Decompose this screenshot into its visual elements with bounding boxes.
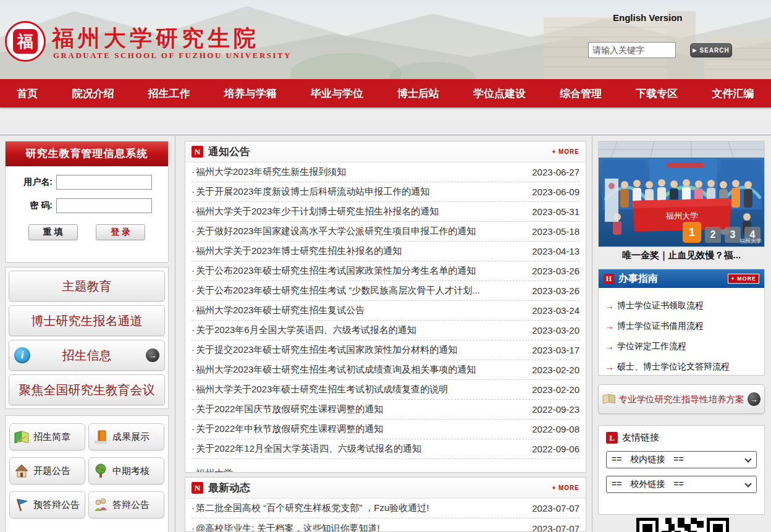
username-field[interactable] — [56, 175, 152, 190]
reset-button[interactable]: 重 填 — [28, 224, 78, 240]
training-plan-button[interactable]: 专业学位研究生指导性培养方案 → — [598, 384, 765, 414]
nav-item-postdoc[interactable]: 博士后站 — [394, 87, 443, 101]
password-field[interactable] — [56, 198, 152, 213]
notice-link[interactable]: 福州大学2023年研究生新生报到须知 — [192, 166, 524, 178]
achievements-label: 成果展示 — [112, 431, 150, 443]
notice-date: 2023-04-13 — [524, 246, 579, 256]
notice-date: 2023-03-17 — [524, 345, 579, 355]
notice-link[interactable]: 关于2022年12月全国大学英语四、六级考试报名的通知 — [192, 443, 524, 455]
notice-row[interactable]: 关于公布2023年硕士研究生招生考试国家政策性加分考生名单的通知2023-03-… — [192, 261, 579, 281]
search-input[interactable] — [588, 42, 676, 58]
notice-row[interactable]: 关于2023年6月全国大学英语四、六级考试报名的通知2023-03-20 — [192, 321, 579, 340]
notice-link[interactable]: 福州大学关于2023年博士研究生招生补报名的通知 — [192, 245, 524, 257]
guide-item[interactable]: →博士学位证书领取流程 — [605, 295, 758, 316]
notice-link[interactable]: 关于开展2023年度新设博士后科研流动站申报工作的通知 — [192, 186, 524, 198]
guide-item[interactable]: →学位评定工作流程 — [605, 336, 758, 357]
notice-link[interactable]: 福州大学… — [192, 468, 579, 473]
notice-link[interactable]: 关于2022年中秋节放假研究生课程调整的通知 — [192, 423, 524, 435]
news-link[interactable]: @高校毕业生: 关于档案，这些知识你要知道! — [192, 523, 524, 532]
guide-link[interactable]: 学位评定工作流程 — [617, 341, 686, 352]
guide-item[interactable]: →硕士、博士学位论文答辩流程 — [605, 357, 758, 377]
news-more-link[interactable]: + MORE — [552, 484, 579, 491]
nav-item-graduation[interactable]: 毕业与学位 — [307, 87, 367, 101]
search-button[interactable]: ▶ SEARCH — [690, 43, 732, 57]
guide-more-link[interactable]: + MORE — [728, 274, 759, 284]
english-version-link[interactable]: English Version — [613, 12, 683, 23]
login-panel-title: 研究生教育管理信息系统 — [6, 141, 168, 166]
notice-link[interactable]: 关于公布2023年硕士研究生招生考试国家政策性加分考生名单的通知 — [192, 265, 524, 277]
notice-link[interactable]: 关于2022年国庆节放假研究生课程调整的通知 — [192, 403, 524, 415]
notice-link[interactable]: 福州大学2023年硕士研究生招生考试初试成绩查询及相关事项的通知 — [192, 364, 524, 376]
notice-row[interactable]: 福州大学关于2023年少干计划博士研究生招生补报名的通知2023-05-31 — [192, 202, 579, 222]
notice-link[interactable]: 福州大学关于2023年少干计划博士研究生招生补报名的通知 — [192, 206, 524, 217]
nav-item-documents[interactable]: 文件汇编 — [708, 87, 757, 101]
notice-row[interactable]: 关于2022年中秋节放假研究生课程调整的通知2022-09-08 — [192, 420, 579, 439]
arrow-right-icon: → — [146, 348, 159, 362]
nav-item-downloads[interactable]: 下载专区 — [632, 87, 681, 101]
arrow-right-icon: → — [748, 392, 761, 406]
login-button[interactable]: 登 录 — [96, 224, 145, 240]
defense-notice-button[interactable]: 答辩公告 — [88, 491, 164, 518]
notice-row[interactable]: 关于2022年国庆节放假研究生课程调整的通知2022-09-23 — [192, 400, 579, 420]
achievements-button[interactable]: 成果展示 — [88, 423, 164, 450]
notices-more-link[interactable]: + MORE — [552, 148, 579, 155]
carousel-page-1[interactable]: 1 — [683, 222, 701, 243]
guide-link[interactable]: 硕士、博士学位论文答辩流程 — [617, 361, 730, 373]
notice-row[interactable]: 福州大学2023年研究生新生报到须知2023-06-27 — [192, 163, 579, 182]
notice-link[interactable]: 关于提交2023年硕士研究生招生考试国家政策性加分材料的通知 — [192, 344, 524, 356]
notice-date: 2023-03-26 — [524, 285, 579, 296]
news-link[interactable]: 第二批全国高校 “百个研究生样板党支部” ，Fzu验收通过! — [192, 502, 524, 514]
notice-row[interactable]: 关于做好2023年国家建设高水平大学公派研究生项目申报工作的通知2023-05-… — [192, 222, 579, 242]
notice-row[interactable]: 关于公布2023年硕士研究生招生考试 “少数民族高层次骨干人才计划...2023… — [192, 281, 579, 301]
notice-date: 2023-06-27 — [524, 167, 579, 177]
notice-link[interactable]: 关于做好2023年国家建设高水平大学公派研究生项目申报工作的通知 — [192, 226, 524, 237]
nav-item-management[interactable]: 综合管理 — [556, 87, 605, 101]
nav-item-training[interactable]: 培养与学籍 — [221, 87, 280, 101]
notice-link[interactable]: 关于2023年6月全国大学英语四、六级考试报名的通知 — [192, 324, 524, 336]
nav-item-about[interactable]: 院况介绍 — [69, 87, 118, 101]
news-row[interactable]: 第二批全国高校 “百个研究生样板党支部” ，Fzu验收通过!2023-07-07 — [192, 499, 579, 518]
notice-link[interactable]: 福州大学关于2023年硕士研究生招生考试初试成绩复查的说明 — [192, 384, 524, 395]
notice-date: 2022-09-23 — [524, 404, 579, 415]
news-row[interactable]: @高校毕业生: 关于档案，这些知识你要知道!2023-07-07 — [192, 518, 579, 532]
guide-link[interactable]: 博士学位证书领取流程 — [617, 300, 704, 311]
nav-item-admissions[interactable]: 招生工作 — [145, 87, 194, 101]
nav-item-degree-program[interactable]: 学位点建设 — [470, 87, 529, 101]
carousel-photo[interactable]: 福州大学 1 2 3 4 福州大学 — [598, 141, 765, 247]
admission-info-label: 招生信息 — [62, 347, 112, 364]
proposal-notice-button[interactable]: 开题公告 — [9, 457, 85, 484]
nav-item-home[interactable]: 首页 — [14, 87, 42, 101]
defense-notice-label: 答辩公告 — [112, 499, 150, 511]
notice-row[interactable]: 福州大学关于2023年博士研究生招生补报名的通知2023-04-13 — [192, 242, 579, 261]
phd-registration-button[interactable]: 博士研究生报名通道 — [9, 305, 165, 336]
notice-row[interactable]: 福州大学关于2023年硕士研究生招生考试初试成绩复查的说明2023-02-20 — [192, 380, 579, 400]
national-conference-button[interactable]: 聚焦全国研究生教育会议 — [9, 374, 165, 405]
notice-row-clipped[interactable]: 福州大学… — [192, 459, 579, 473]
notice-row[interactable]: 福州大学2023年硕士研究生招生复试公告2023-03-24 — [192, 301, 579, 321]
carousel-page-2[interactable]: 2 — [705, 227, 721, 243]
admission-brochure-button[interactable]: 招生简章 — [9, 423, 85, 450]
guide-item[interactable]: →博士学位证书借用流程 — [605, 316, 758, 336]
notice-row[interactable]: 福州大学2023年硕士研究生招生考试初试成绩查询及相关事项的通知2023-02-… — [192, 360, 579, 380]
external-links-select[interactable]: == 校外链接 == — [606, 476, 757, 493]
notice-row[interactable]: 关于提交2023年硕士研究生招生考试国家政策性加分材料的通知2023-03-17 — [192, 340, 579, 360]
notice-link[interactable]: 关于公布2023年硕士研究生招生考试 “少数民族高层次骨干人才计划... — [192, 285, 524, 297]
theme-education-button[interactable]: 主题教育 — [9, 271, 165, 302]
site-title-english: GRADUATE SCHOOL OF FUZHOU UNIVERSITY — [53, 51, 292, 61]
red-arrow-icon: → — [605, 321, 614, 331]
news-panel: N 最新动态 + MORE 第二批全国高校 “百个研究生样板党支部” ，Fzu验… — [185, 477, 586, 532]
midterm-assessment-button[interactable]: 中期考核 — [88, 457, 164, 484]
guide-link[interactable]: 博士学位证书借用流程 — [617, 321, 704, 332]
book-icon — [602, 394, 616, 405]
notice-row[interactable]: 关于开展2023年度新设博士后科研流动站申报工作的通知2023-06-09 — [192, 182, 579, 202]
password-label: 密 码: — [14, 200, 53, 211]
notice-link[interactable]: 福州大学2023年硕士研究生招生复试公告 — [192, 305, 524, 316]
pre-defense-notice-button[interactable]: 预答辩公告 — [9, 491, 85, 518]
carousel-caption-link[interactable]: 唯一金奖｜止血见效慢？福... — [598, 250, 765, 261]
notice-date: 2022-09-06 — [524, 444, 579, 454]
carousel-page-3[interactable]: 3 — [725, 227, 741, 243]
notice-row[interactable]: 关于2022年12月全国大学英语四、六级考试报名的通知2022-09-06 — [192, 439, 579, 459]
internal-links-select[interactable]: == 校内链接 == — [606, 451, 757, 468]
notice-date: 2023-03-26 — [524, 266, 579, 276]
admission-info-button[interactable]: i 招生信息 → — [9, 340, 165, 371]
